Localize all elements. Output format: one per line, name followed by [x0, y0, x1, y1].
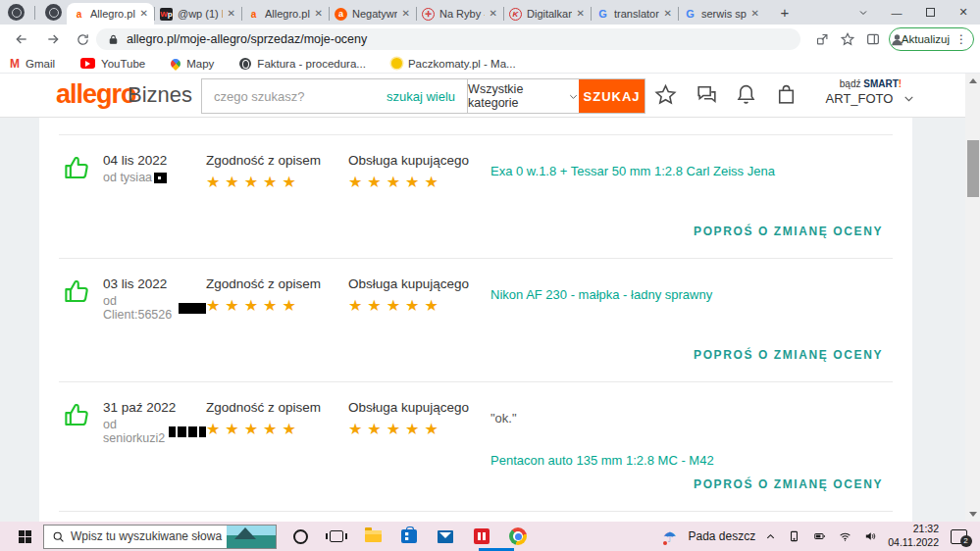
request-rating-change-link[interactable]: POPROŚ O ZMIANĘ OCENY: [694, 477, 883, 491]
maps-pin-icon: [169, 56, 182, 70]
menu-kebab-icon[interactable]: ⋮: [955, 32, 967, 46]
url-bar[interactable]: allegro.pl/moje-allegro/sprzedaz/moje-oc…: [96, 28, 800, 50]
minimize-button[interactable]: —: [880, 0, 913, 25]
bookmark-gmail[interactable]: M Gmail: [10, 57, 55, 71]
tab-close-icon[interactable]: ✕: [751, 9, 759, 19]
allegro-logo[interactable]: allegro: [56, 79, 136, 110]
notifications-bell-icon[interactable]: [734, 82, 759, 108]
rating-service: Obsługa kupującego ★★★★★: [348, 400, 490, 511]
tab-allegro-2[interactable]: a Allegro.pl - ✕: [241, 3, 329, 25]
cart-bag-icon[interactable]: [774, 82, 799, 108]
tab-allegro-active[interactable]: a Allegro.pl - ✕: [67, 3, 154, 25]
rating-label: Zgodność z opisem: [206, 153, 348, 168]
bookmark-label: YouTube: [101, 58, 145, 70]
scrollbar-thumb[interactable]: [967, 140, 979, 197]
request-rating-change-link[interactable]: POPROŚ O ZMIANĘ OCENY: [694, 348, 883, 362]
tab-negatywny[interactable]: a Negatywny ✕: [329, 3, 416, 25]
category-dropdown[interactable]: Wszystkie kategorie: [467, 79, 579, 113]
restore-button[interactable]: [913, 0, 947, 25]
tab-serwis[interactable]: G serwis sprze ✕: [678, 3, 765, 25]
tab-translator[interactable]: G translator n ✕: [591, 3, 678, 25]
start-button[interactable]: [10, 530, 39, 543]
review-body: "ok."Pentacon auto 135 mm 1:2.8 MC - M42: [490, 400, 883, 511]
messages-icon[interactable]: [695, 82, 720, 108]
your-phone-icon[interactable]: [786, 528, 801, 544]
weather-label[interactable]: Pada deszcz: [689, 529, 756, 543]
microsoft-store-icon[interactable]: [399, 526, 419, 546]
rating-stars: ★★★★★: [348, 296, 490, 315]
globe-icon: [239, 58, 251, 70]
tab-search-chevron-icon[interactable]: [847, 0, 880, 25]
search-icon: [52, 530, 65, 543]
bookmark-faktura[interactable]: Faktura - procedura...: [239, 58, 366, 70]
tab-close-icon[interactable]: ✕: [402, 9, 410, 19]
product-link[interactable]: Pentacon auto 135 mm 1:2.8 MC - M42: [490, 453, 883, 468]
search-input[interactable]: [202, 79, 387, 113]
rating-stars: ★★★★★: [348, 173, 490, 191]
tab-naryby[interactable]: ✛ Na Ryby - C ✕: [416, 3, 503, 25]
tray-chevron-up-icon[interactable]: [765, 531, 776, 542]
tab-strip: a Allegro.pl - ✕ Wp @wp (1) Po ✕ a Alleg…: [67, 0, 795, 25]
rating-service: Obsługa kupującego ★★★★★: [348, 276, 490, 381]
battery-icon[interactable]: [811, 528, 827, 544]
file-explorer-icon[interactable]: [363, 526, 383, 546]
search-button[interactable]: SZUKAJ: [579, 79, 645, 113]
bookmark-paczkomaty[interactable]: Paczkomaty.pl - Ma...: [391, 58, 516, 70]
update-button[interactable]: Aktualizuj ⋮: [889, 27, 974, 51]
lock-icon: [108, 33, 119, 46]
chrome-icon[interactable]: [508, 526, 528, 546]
tab-label: Na Ryby - C: [439, 8, 485, 20]
user-menu[interactable]: bądź SMART! ART_FOTO: [824, 78, 917, 106]
bookmark-youtube[interactable]: YouTube: [80, 58, 145, 70]
system-clock[interactable]: 21:32 04.11.2022: [888, 523, 939, 549]
share-icon[interactable]: [812, 29, 832, 49]
browser-titlebar: a Allegro.pl - ✕ Wp @wp (1) Po ✕ a Alleg…: [0, 0, 980, 25]
cortana-icon[interactable]: [290, 526, 310, 546]
pinned-tab-icon[interactable]: [8, 4, 25, 21]
scroll-down-icon[interactable]: [969, 512, 977, 517]
windows-taskbar: ☂ Pada deszcz 21:32 04.11.2022 2: [0, 522, 980, 551]
tab-close-icon[interactable]: ✕: [490, 9, 497, 19]
request-rating-change-link[interactable]: POPROŚ O ZMIANĘ OCENY: [694, 225, 883, 238]
action-center-icon[interactable]: 2: [949, 526, 968, 546]
task-view-icon[interactable]: [327, 526, 346, 546]
mail-icon[interactable]: [436, 526, 455, 546]
review-author: od tysiaa: [103, 171, 206, 184]
tab-wp[interactable]: Wp @wp (1) Po ✕: [154, 3, 241, 25]
weather-umbrella-icon[interactable]: ☂: [663, 529, 676, 544]
product-link[interactable]: Exa 0 w.1.8 + Tessar 50 mm 1:2.8 Carl Ze…: [490, 164, 883, 178]
tab-label: Negatywny: [352, 8, 397, 20]
scroll-up-icon[interactable]: [969, 78, 977, 83]
multi-search-link[interactable]: szukaj wielu: [387, 89, 455, 104]
redaction-box: [169, 426, 206, 437]
rating-stars: ★★★★★: [348, 420, 490, 438]
tab-label: Digitalkame: [527, 8, 572, 20]
smart-word: SMART: [863, 78, 899, 89]
tab-close-icon[interactable]: ✕: [228, 9, 235, 19]
tab-close-icon[interactable]: ✕: [140, 9, 148, 19]
back-icon[interactable]: [12, 29, 31, 49]
tab-close-icon[interactable]: ✕: [577, 9, 585, 19]
scrollbar[interactable]: [965, 74, 980, 522]
forward-icon[interactable]: [43, 29, 63, 49]
favorites-star-icon[interactable]: [653, 82, 679, 108]
close-button[interactable]: ✕: [947, 0, 980, 25]
bookmark-label: Gmail: [26, 58, 55, 70]
new-tab-button[interactable]: +: [775, 4, 795, 21]
speaker-icon[interactable]: [862, 528, 878, 544]
taskbar-search[interactable]: [43, 525, 277, 549]
search-highlight-image[interactable]: [227, 526, 276, 548]
red-app-icon[interactable]: [472, 526, 491, 546]
tab-close-icon[interactable]: ✕: [315, 9, 323, 19]
bookmark-mapy[interactable]: Mapy: [171, 58, 214, 70]
wifi-icon[interactable]: [837, 528, 852, 544]
side-panel-icon[interactable]: [863, 29, 883, 49]
tab-digitalkamera[interactable]: K Digitalkame ✕: [503, 3, 591, 25]
wp-favicon: Wp: [160, 8, 173, 21]
bookmark-star-icon[interactable]: [838, 29, 857, 49]
tab-close-icon[interactable]: ✕: [664, 9, 672, 19]
reload-icon[interactable]: [73, 29, 92, 49]
product-link[interactable]: Nikon AF 230 - małpka - ładny sprawny: [490, 287, 883, 302]
pinned-tab-icon[interactable]: [45, 4, 62, 21]
taskbar-search-input[interactable]: [65, 529, 227, 543]
